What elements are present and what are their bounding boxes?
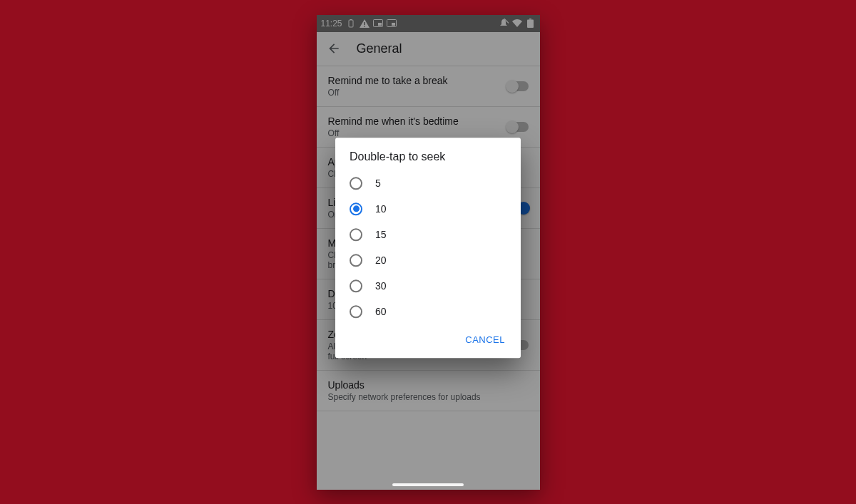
radio-icon <box>350 279 362 292</box>
seek-option-30[interactable]: 30 <box>335 273 521 299</box>
cancel-button[interactable]: CANCEL <box>458 329 512 351</box>
seek-option-label: 30 <box>375 280 387 292</box>
gesture-pill <box>392 483 464 486</box>
seek-option-label: 60 <box>375 306 387 317</box>
radio-icon <box>350 228 362 241</box>
radio-icon <box>350 305 362 318</box>
dialog-title: Double-tap to seek <box>335 150 521 163</box>
seek-option-5[interactable]: 5 <box>335 170 521 196</box>
seek-option-15[interactable]: 15 <box>335 222 521 247</box>
seek-dialog: Double-tap to seek 51015203060 CANCEL <box>335 138 521 358</box>
radio-icon <box>350 177 362 190</box>
seek-option-label: 20 <box>375 254 387 266</box>
seek-option-10[interactable]: 10 <box>335 196 521 222</box>
seek-option-label: 5 <box>375 178 381 189</box>
seek-option-20[interactable]: 20 <box>335 247 521 273</box>
seek-option-label: 10 <box>375 203 387 215</box>
seek-option-label: 15 <box>375 229 387 240</box>
radio-icon <box>350 254 362 267</box>
seek-option-60[interactable]: 60 <box>335 299 521 324</box>
radio-icon <box>350 202 362 215</box>
phone-frame: 11:25 <box>317 15 540 490</box>
